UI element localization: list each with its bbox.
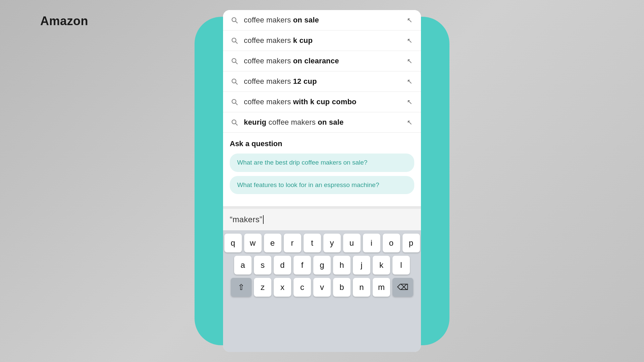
key-b[interactable]: b [333,278,351,297]
key-h[interactable]: h [333,256,351,275]
svg-line-11 [235,123,237,125]
search-icon [230,118,239,127]
key-backspace[interactable]: ⌫ [392,278,413,297]
key-f[interactable]: f [293,256,311,275]
suggestion-text: coffee makers k cup [244,36,405,45]
key-x[interactable]: x [274,278,291,297]
search-icon [230,56,239,66]
search-icon [230,77,239,86]
phone-screen: coffee makers on sale ↖ coffee makers k … [223,10,421,352]
svg-point-2 [232,38,236,42]
suggestion-text: keurig coffee makers on sale [244,118,405,127]
key-shift[interactable]: ⇧ [231,278,252,297]
suggestion-k-cup[interactable]: coffee makers k cup ↖ [223,31,421,51]
svg-point-0 [232,18,236,22]
suggestion-keurig[interactable]: keurig coffee makers on sale ↖ [223,112,421,133]
key-q[interactable]: q [224,234,242,252]
suggestions-list: coffee makers on sale ↖ coffee makers k … [223,10,421,133]
arrow-icon: ↖ [405,97,414,107]
suggestion-k-cup-combo[interactable]: coffee makers with k cup combo ↖ [223,92,421,112]
keyboard-row-1: q w e r t y u i o p [225,234,419,252]
suggestion-on-clearance[interactable]: coffee makers on clearance ↖ [223,51,421,71]
svg-point-10 [232,120,236,124]
arrow-icon: ↖ [405,15,414,25]
key-c[interactable]: c [293,278,311,297]
text-cursor [263,215,264,224]
svg-point-8 [232,100,236,104]
question-chip-text-2: What features to look for in an espresso… [237,181,407,190]
key-p[interactable]: p [402,234,420,252]
svg-line-1 [235,21,237,23]
search-icon [230,36,239,45]
arrow-icon: ↖ [405,56,414,66]
svg-line-5 [235,62,237,64]
svg-point-6 [232,79,236,83]
suggestion-text: coffee makers 12 cup [244,77,405,86]
question-chip-2[interactable]: What features to look for in an espresso… [230,176,414,194]
key-y[interactable]: y [323,234,341,252]
ask-section: Ask a question What are the best drip co… [223,133,421,206]
suggestion-12-cup[interactable]: coffee makers 12 cup ↖ [223,71,421,92]
divider [223,206,421,209]
key-j[interactable]: j [353,256,370,275]
key-i[interactable]: i [363,234,380,252]
svg-point-4 [232,59,236,63]
arrow-icon: ↖ [405,118,414,127]
key-n[interactable]: n [353,278,370,297]
svg-line-7 [235,82,237,84]
key-a[interactable]: a [234,256,252,275]
search-icon [230,97,239,107]
arrow-icon: ↖ [405,77,414,86]
suggestion-text: coffee makers with k cup combo [244,98,405,106]
key-e[interactable]: e [264,234,281,252]
key-v[interactable]: v [313,278,331,297]
arrow-icon: ↖ [405,36,414,45]
amazon-logo: Amazon [40,14,88,28]
keyboard-row-2: a s d f g h j k l [225,256,419,275]
keyboard-row-3: ⇧ z x c v b n m ⌫ [225,278,419,297]
key-d[interactable]: d [274,256,291,275]
key-k[interactable]: k [373,256,390,275]
question-chip-text-1: What are the best drip coffee makers on … [237,158,407,167]
suggestion-text: coffee makers on sale [244,16,405,24]
key-l[interactable]: l [392,256,410,275]
key-r[interactable]: r [284,234,301,252]
suggestion-on-sale[interactable]: coffee makers on sale ↖ [223,10,421,31]
key-s[interactable]: s [254,256,271,275]
key-w[interactable]: w [244,234,262,252]
key-u[interactable]: u [343,234,361,252]
key-z[interactable]: z [254,278,271,297]
key-m[interactable]: m [373,278,390,297]
svg-line-3 [235,42,237,44]
search-input-area[interactable]: “makers” [223,209,421,230]
search-typed-text: “makers” [230,215,262,224]
svg-line-9 [235,103,237,105]
search-icon [230,15,239,25]
suggestion-text: coffee makers on clearance [244,57,405,65]
question-chip-1[interactable]: What are the best drip coffee makers on … [230,154,414,172]
key-g[interactable]: g [313,256,331,275]
key-t[interactable]: t [304,234,321,252]
ask-title: Ask a question [230,139,414,148]
keyboard: q w e r t y u i o p a s d f g h j k l ⇧ … [223,230,421,352]
key-o[interactable]: o [383,234,400,252]
